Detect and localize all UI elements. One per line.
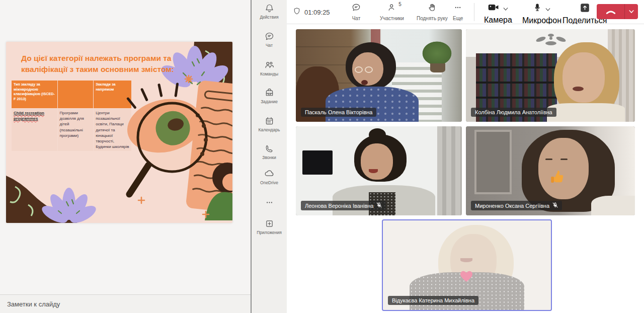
teams-icon [264,59,275,70]
app-window: До цієї категорії належать програми та к… [0,0,644,313]
assignments-icon [264,88,275,98]
slide-decor-bottom-left [6,163,107,223]
hang-up-button[interactable] [597,4,638,19]
sidebar-item-onedrive[interactable]: OneDrive [252,168,287,185]
video-tile-vidukaieva-active[interactable]: Відукаєва Катерина Михайлівна [382,219,552,311]
sidebar-item-activity[interactable]: Действия [252,3,287,20]
person-mouth [369,169,378,173]
meeting-window: 01:09:25 Чат 5 Участники [287,0,644,313]
participant-name-tag: Паскаль Олена Вікторівна [301,108,376,117]
share-screen-icon [580,3,590,15]
chevron-down-icon[interactable] [625,4,638,19]
participants-button[interactable]: 5 Участники [380,3,404,21]
wall-tv [302,150,332,175]
sidebar-item-teams[interactable]: Команды [252,59,287,76]
app-sidebar: Действия Чат Команды Задание [251,0,287,313]
person-body [547,103,625,122]
calls-icon [264,144,274,154]
slide-table: Тип закладу за міжнародною класифікацією… [11,80,132,151]
chevron-down-icon[interactable] [545,5,550,14]
table-header-cell [57,81,94,109]
sidebar-item-assignments[interactable]: Задание [252,88,287,104]
glasses [365,66,373,73]
person-eye [560,159,568,160]
raise-hand-button[interactable]: Поднять руку [417,3,448,21]
slide-canvas[interactable]: До цієї категорії належать програми та к… [6,42,232,223]
chevron-down-icon[interactable] [503,4,508,13]
table-header-cell: Тип закладу за міжнародною класифікацією… [12,81,58,109]
bell-icon [264,3,275,14]
presentation-pane: До цієї категорії належать програми та к… [0,0,251,313]
chat-icon [264,31,275,42]
more-actions-button[interactable]: Еще [453,3,463,21]
slide-notes-label: Заметки к слайду [7,300,60,308]
table-header-row: Тип закладу за міжнародною класифікацією… [12,81,132,109]
camera-button[interactable]: Камера [484,3,512,25]
video-tile-paskal[interactable]: Паскаль Олена Вікторівна [296,29,462,122]
curtain [437,126,462,215]
microphone-icon [533,3,542,15]
plant-pot [430,63,445,72]
video-grid: Паскаль Олена Вікторівна [287,24,644,313]
participants-icon: 5 [387,3,397,15]
door-frame [474,130,512,194]
calendar-icon [264,116,275,126]
sidebar-item-more[interactable] [252,197,287,209]
apps-icon [264,218,275,229]
person-face [361,143,393,180]
video-tile-kolbina[interactable]: Колбіна Людмила Анатоліївна [466,29,635,122]
sidebar-item-chat[interactable]: Чат [252,31,287,48]
mic-off-icon [376,202,382,209]
participant-name-tag: Леонова Вероніка Іванівна [301,201,386,210]
video-tile-leonova[interactable]: Леонова Вероніка Іванівна [296,126,462,215]
window-plant [422,41,452,65]
slide-illustration-magnifier-eye [124,69,232,220]
meeting-timer: 01:09:25 [304,9,330,16]
video-tile-myronenko[interactable]: Мироненко Оксана Сергіївна [466,126,635,215]
participants-count: 5 [398,2,401,7]
slide-notes-bar[interactable]: Заметки к слайду [0,294,251,313]
onedrive-cloud-icon [264,168,275,179]
mic-off-icon [552,202,558,209]
person-mouth [573,87,584,91]
shield-icon [293,7,301,17]
table-cell: Програми дозвілля для дітей (позашкільні… [57,109,94,151]
table-cell: Child recreation programmes [12,109,58,151]
raise-hand-icon [427,3,437,15]
sidebar-item-calls[interactable]: Звонки [252,144,287,160]
chat-icon [351,3,361,15]
meeting-toolbar: 01:09:25 Чат 5 Участники [287,0,644,24]
sidebar-item-calendar[interactable]: Календарь [252,116,287,132]
sidebar-item-apps[interactable]: Приложения [252,218,287,235]
table-row: Child recreation programmes Програми доз… [12,109,132,151]
participant-name-tag: Мироненко Оксана Сергіївна [471,201,562,210]
more-icon [264,197,275,208]
participant-name-tag: Відукаєва Катерина Михайлівна [388,296,478,305]
hang-up-icon [597,4,624,19]
participant-name-tag: Колбіна Людмила Анатоліївна [471,108,556,117]
person-face [562,52,605,103]
chat-button[interactable]: Чат [351,3,361,21]
glasses [355,66,363,73]
chandelier [533,31,569,51]
person-eye [545,159,552,160]
microphone-button[interactable]: Микрофон [522,3,561,25]
person-shoulder [591,196,635,215]
camera-icon [488,3,500,15]
more-icon [453,3,463,15]
toolbar-divider [474,3,474,21]
